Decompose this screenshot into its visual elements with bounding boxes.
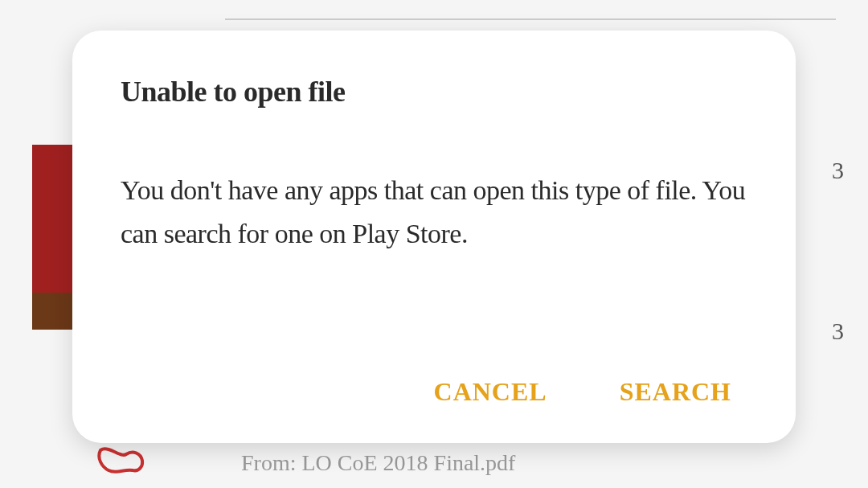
pdf-icon bbox=[92, 446, 149, 478]
file-source-text: From: LO CoE 2018 Final.pdf bbox=[241, 450, 515, 476]
cancel-button[interactable]: CANCEL bbox=[434, 377, 547, 407]
background-text-fragment: 3 bbox=[832, 318, 844, 345]
dialog-message: You don't have any apps that can open th… bbox=[121, 169, 747, 256]
divider-line bbox=[225, 18, 836, 20]
dialog-actions: CANCEL SEARCH bbox=[121, 377, 747, 411]
dialog-title: Unable to open file bbox=[121, 75, 747, 109]
search-button[interactable]: SEARCH bbox=[620, 377, 731, 407]
background-text-fragment: 3 bbox=[832, 157, 844, 184]
alert-dialog: Unable to open file You don't have any a… bbox=[72, 31, 796, 443]
file-thumbnail bbox=[32, 145, 72, 330]
